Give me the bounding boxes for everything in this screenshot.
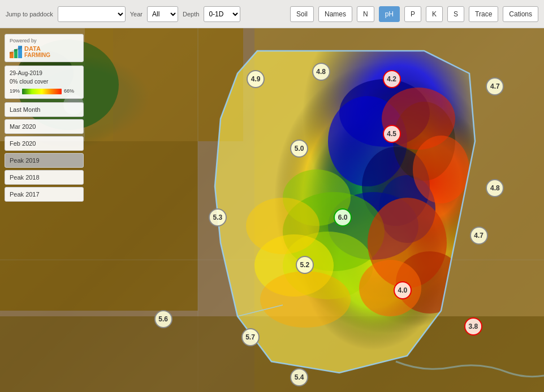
tab-soil[interactable]: Soil (290, 6, 314, 22)
timeline-mar-2020[interactable]: Mar 2020 (5, 119, 84, 134)
timeline-feb-2020[interactable]: Feb 2020 (5, 136, 84, 151)
year-label: Year (130, 11, 143, 18)
tab-trace[interactable]: Trace (469, 6, 498, 22)
timeline-list: Last Month Mar 2020 Feb 2020 Peak 2019 P… (5, 102, 84, 202)
scale-bar (22, 89, 62, 94)
left-panel: Powered by DATA FARMING 29-Aug-2019 0% c… (5, 34, 84, 204)
svg-rect-11 (0, 316, 544, 392)
tab-names[interactable]: Names (318, 6, 352, 22)
depth-label: Depth (183, 11, 199, 18)
scale-min: 19% (10, 88, 20, 95)
top-bar: Jump to paddock Year All Depth 0-1D Soil… (0, 0, 544, 28)
tab-n[interactable]: N (357, 6, 374, 22)
powered-box: Powered by DATA FARMING (5, 34, 84, 62)
map-container: Jump to paddock Year All Depth 0-1D Soil… (0, 0, 544, 392)
timeline-peak-2019[interactable]: Peak 2019 (5, 153, 84, 168)
cloud-cover-text: 0% cloud cover (10, 77, 79, 86)
powered-text: Powered by (10, 38, 79, 43)
color-scale: 19% 66% (10, 88, 79, 95)
tab-ph[interactable]: pH (379, 6, 400, 22)
depth-select[interactable]: 0-1D (204, 6, 240, 22)
paddock-select[interactable] (58, 6, 126, 22)
scale-max: 66% (64, 88, 74, 95)
timeline-peak-2018[interactable]: Peak 2018 (5, 170, 84, 185)
timeline-peak-2017[interactable]: Peak 2017 (5, 187, 84, 202)
timeline-last-month[interactable]: Last Month (5, 102, 84, 117)
year-select[interactable]: All (147, 6, 178, 22)
tab-p[interactable]: P (404, 6, 421, 22)
brand-logo: DATA FARMING (10, 45, 79, 58)
tab-cations[interactable]: Cations (503, 6, 538, 22)
date-info-box: 29-Aug-2019 0% cloud cover 19% 66% (5, 66, 84, 99)
tab-k[interactable]: K (426, 6, 443, 22)
tab-s[interactable]: S (447, 6, 464, 22)
date-text: 29-Aug-2019 (10, 69, 79, 77)
jump-label: Jump to paddock (6, 11, 53, 18)
brand-name: DATA FARMING (24, 45, 50, 58)
datafarming-logo-icon (10, 46, 22, 58)
